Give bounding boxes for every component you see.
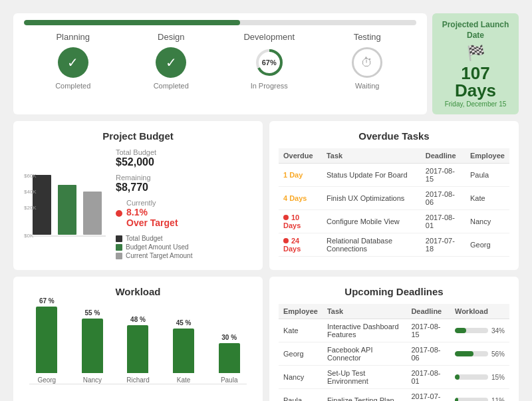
- legend-total-label: Total Budget: [126, 235, 163, 242]
- overdue-days-cell: 1 Day: [279, 164, 322, 187]
- phase-testing: Testing ⏱ Waiting: [319, 32, 417, 90]
- svg-text:$20K: $20K: [24, 205, 37, 211]
- overdue-col-overdue: Overdue: [279, 148, 322, 164]
- workload-bar-group: 48 %Richard: [120, 316, 156, 384]
- legend-dot-total: [116, 235, 122, 242]
- budget-content: $60K $40K $20K $0K Total Budget $52,000 …: [23, 148, 253, 261]
- upcoming-employee-cell: Nancy: [279, 366, 323, 389]
- bar-fill: [173, 329, 194, 373]
- table-row: GeorgFacebook API Connector2017-08-06 56…: [279, 342, 509, 366]
- workload-bar-group: 67 %Georg: [29, 297, 65, 384]
- overdue-task-cell: Finish UX Optimizations: [322, 187, 421, 210]
- upcoming-deadline-cell: 2017-07-18: [406, 389, 450, 401]
- workload-bar-fill: [455, 398, 459, 401]
- table-row: NancySet-Up Test Environment2017-08-01 1…: [279, 366, 509, 389]
- upcoming-deadline-cell: 2017-08-01: [406, 366, 450, 389]
- bar-name-label: Kate: [177, 376, 191, 384]
- bar-name-label: Georg: [37, 376, 56, 384]
- phase-testing-icon: ⏱: [352, 47, 382, 78]
- upcoming-task-cell: Set-Up Test Environment: [323, 366, 406, 389]
- workload-bar-fill: [455, 374, 460, 380]
- over-target-text: Over Target: [126, 217, 178, 228]
- over-target-dot: [116, 210, 122, 217]
- svg-rect-3: [58, 185, 76, 235]
- upcoming-card: Upcoming Deadlines Employee Task Deadlin…: [269, 277, 519, 401]
- workload-pct-text: 11%: [491, 397, 505, 401]
- launch-card: Projected Launch Date 🏁 107 Days Friday,…: [432, 13, 519, 114]
- legend-dot-used: [116, 244, 122, 251]
- complete-circle: ✓: [58, 47, 88, 78]
- currently-value: 8.1% Over Target: [126, 207, 178, 228]
- upcoming-col-task: Task: [323, 304, 406, 319]
- bar-pct-label: 55 %: [84, 309, 100, 317]
- overdue-task-cell: Configure Mobile View: [322, 210, 421, 233]
- overdue-deadline-cell: 2017-08-06: [421, 187, 466, 210]
- svg-rect-4: [83, 192, 102, 235]
- overdue-days-cell: 10 Days: [279, 210, 322, 233]
- launch-days: 107 Days: [440, 65, 511, 99]
- phase-testing-name: Testing: [319, 32, 417, 42]
- phase-development-name: Development: [220, 32, 319, 42]
- phase-development: Development 67% In Progress: [220, 32, 319, 90]
- phase-planning: Planning ✓ Completed: [24, 32, 122, 90]
- workload-bar-group: 30 %Paula: [211, 334, 247, 384]
- workload-bar-bg: [455, 328, 488, 333]
- overdue-deadline-cell: 2017-08-15: [421, 164, 466, 187]
- overdue-employee-cell: Kate: [466, 187, 509, 210]
- legend-total: Total Budget: [116, 235, 253, 242]
- legend-target-label: Current Target Amount: [126, 252, 192, 259]
- upcoming-title: Upcoming Deadlines: [279, 286, 509, 297]
- overdue-title: Overdue Tasks: [279, 130, 509, 142]
- overdue-col-deadline: Deadline: [421, 148, 466, 164]
- bar-name-label: Nancy: [83, 376, 102, 384]
- workload-axis: [29, 384, 247, 384]
- phases-row: Planning ✓ Completed Design ✓ Completed …: [24, 32, 416, 90]
- table-row: 10 DaysConfigure Mobile View2017-08-01Na…: [279, 210, 509, 233]
- bar-pct-label: 45 %: [176, 319, 192, 327]
- urgent-dot: [283, 238, 289, 243]
- table-row: PaulaFinalize Testing Plan2017-07-18 11%: [279, 389, 509, 401]
- progress-bar-fill: [24, 20, 240, 25]
- upcoming-col-workload: Workload: [450, 304, 509, 319]
- phase-planning-icon: ✓: [58, 47, 88, 78]
- overdue-deadline-cell: 2017-07-18: [421, 233, 466, 257]
- overdue-col-task: Task: [322, 148, 421, 164]
- bar-pct-label: 67 %: [39, 297, 55, 305]
- upcoming-workload-cell: 15%: [450, 366, 509, 389]
- phase-planning-name: Planning: [24, 32, 122, 42]
- workload-card: Workload 67 %Georg55 %Nancy48 %Richard45…: [13, 277, 263, 401]
- overdue-task-cell: Relational Database Connections: [322, 233, 421, 257]
- total-budget-value: $52,000: [116, 156, 253, 168]
- bar-fill: [36, 307, 57, 373]
- upcoming-employee-cell: Georg: [279, 342, 323, 366]
- overdue-employee-cell: Georg: [466, 233, 509, 257]
- upcoming-workload-cell: 11%: [450, 389, 509, 401]
- legend-dot-target: [116, 253, 122, 259]
- phase-design: Design ✓ Completed: [122, 32, 221, 90]
- overdue-days-cell: 4 Days: [279, 187, 322, 210]
- budget-chart: $60K $40K $20K $0K: [23, 168, 109, 241]
- bar-pct-label: 30 %: [221, 334, 237, 341]
- upcoming-employee-cell: Kate: [279, 319, 323, 342]
- table-row: 4 DaysFinish UX Optimizations2017-08-06K…: [279, 187, 509, 210]
- phase-design-name: Design: [122, 32, 221, 42]
- bar-fill: [82, 319, 103, 373]
- budget-stats: Total Budget $52,000 Remaining $8,770 Cu…: [116, 148, 253, 261]
- workload-bar-bg: [455, 398, 488, 401]
- top-section: Planning ✓ Completed Design ✓ Completed …: [13, 13, 519, 114]
- bar-fill: [127, 325, 148, 373]
- budget-legend: Total Budget Budget Amount Used Current …: [116, 235, 253, 259]
- upcoming-employee-cell: Paula: [279, 389, 323, 401]
- workload-bar-fill: [455, 328, 466, 333]
- phase-design-icon: ✓: [156, 47, 186, 78]
- phases-card: Planning ✓ Completed Design ✓ Completed …: [13, 13, 427, 114]
- dashboard: Planning ✓ Completed Design ✓ Completed …: [7, 7, 525, 401]
- workload-bar-wrap: 34%: [455, 327, 505, 334]
- budget-card: Project Budget $60K $40K $20K $0K: [13, 121, 263, 270]
- workload-bar-wrap: 56%: [455, 350, 505, 358]
- phase-design-status: Completed: [122, 82, 221, 90]
- phase-planning-status: Completed: [24, 82, 122, 90]
- legend-used: Budget Amount Used: [116, 243, 253, 251]
- overdue-table: Overdue Task Deadline Employee 1 DayStat…: [279, 148, 509, 257]
- workload-bar-group: 55 %Nancy: [75, 309, 110, 384]
